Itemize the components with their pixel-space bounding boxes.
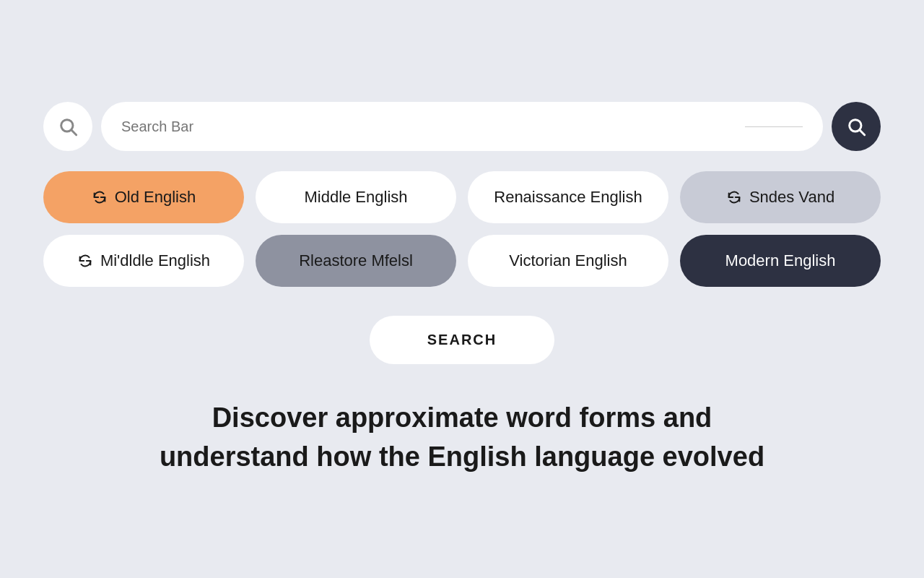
svg-line-3 — [860, 131, 864, 135]
chip-modern-english[interactable]: Modern English — [680, 235, 881, 287]
chip-old-english[interactable]: Old English — [43, 171, 244, 223]
main-container: Old English Middle English Renaissance E… — [43, 102, 881, 475]
chip-victorian-english[interactable]: Victorian English — [468, 235, 668, 287]
search-button[interactable]: SEARCH — [370, 316, 554, 364]
search-submit-icon — [846, 116, 866, 137]
refresh-icon-3 — [77, 253, 93, 269]
search-input-wrapper — [101, 102, 823, 151]
chip-renaissance-english[interactable]: Renaissance English — [468, 171, 668, 223]
search-submit-button[interactable] — [832, 102, 881, 151]
search-icon — [58, 116, 78, 137]
refresh-icon-2 — [726, 189, 742, 205]
chip-rleastore[interactable]: Rleastore Mfelsl — [256, 235, 456, 287]
filter-row-1: Old English Middle English Renaissance E… — [43, 171, 881, 223]
chip-middle-english-2[interactable]: Mi'dldle English — [43, 235, 244, 287]
filter-row-2: Mi'dldle English Rleastore Mfelsl Victor… — [43, 235, 881, 287]
tagline: Discover approximate word forms and unde… — [160, 399, 764, 475]
search-input[interactable] — [121, 118, 733, 135]
svg-line-1 — [71, 131, 76, 135]
search-row — [43, 102, 881, 151]
chip-sndes-vand[interactable]: Sndes Vand — [680, 171, 881, 223]
search-divider — [745, 126, 803, 127]
chip-middle-english[interactable]: Middle English — [256, 171, 456, 223]
refresh-icon — [92, 189, 108, 205]
filter-rows: Old English Middle English Renaissance E… — [43, 171, 881, 287]
search-icon-button[interactable] — [43, 102, 92, 151]
